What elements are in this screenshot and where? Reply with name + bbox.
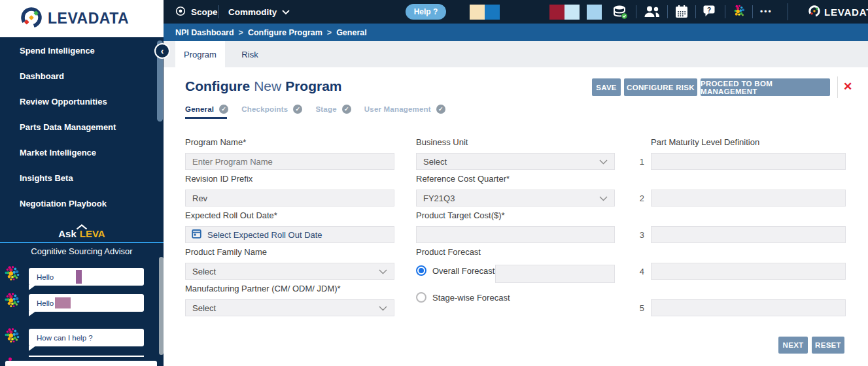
title-new: New <box>254 78 281 93</box>
redacted-content-block <box>55 297 71 308</box>
sidebar-collapse-button[interactable]: ‹ <box>154 43 170 59</box>
next-button[interactable]: NEXT <box>778 337 808 354</box>
more-options-icon[interactable]: ••• <box>760 0 773 24</box>
sidebar-item-review-opportunities[interactable]: Review Opportunities <box>20 97 107 107</box>
divider <box>788 3 788 20</box>
scope-target-icon <box>175 6 186 18</box>
product-family-name-select[interactable]: Select <box>185 263 394 280</box>
theme-swatch-lightblue[interactable] <box>587 5 602 20</box>
step-stage[interactable]: Stage ✓ <box>315 105 351 114</box>
expected-roll-out-date-label: Expected Roll Out Date* <box>185 210 394 220</box>
topbar: Scope Commodity Help ? ? <box>164 0 868 24</box>
sidebar-item-insights-beta[interactable]: Insights Beta <box>20 173 73 183</box>
page-title: ConfigureNewProgram <box>185 78 342 94</box>
date-calendar-icon <box>192 229 201 241</box>
sidebar-item-market-intelligence[interactable]: Market Intelligence <box>20 148 96 158</box>
product-target-cost-input[interactable] <box>417 227 614 242</box>
commodity-dropdown[interactable]: Commodity <box>228 0 290 24</box>
manufacturing-partner-label: Manufacturing Partner (CM/ ODM/ JDM)* <box>185 284 394 293</box>
chat-scrollbar-thumb[interactable] <box>159 257 164 355</box>
breadcrumb-separator: > <box>239 28 243 37</box>
sidebar-item-spend-intelligence[interactable]: Spend Intelligence <box>20 46 95 56</box>
topbar-brand-name: LEVADATA <box>824 7 868 18</box>
maturity-level-4-wrap <box>651 263 846 280</box>
divider <box>725 5 725 18</box>
divider <box>636 5 636 18</box>
maturity-level-4-input[interactable] <box>651 263 845 279</box>
divider <box>752 5 753 18</box>
reset-button[interactable]: RESET <box>812 337 844 354</box>
close-icon[interactable]: ✕ <box>843 80 852 93</box>
reference-cost-quarter-label: Reference Cost Quarter* <box>416 174 615 184</box>
radio-selected-icon[interactable] <box>416 265 426 276</box>
chevron-down-icon <box>379 303 387 313</box>
chat-message-bubble: Hello <box>29 294 144 312</box>
leva-assistant-icon[interactable] <box>731 5 747 19</box>
breadcrumb-configure-program[interactable]: Configure Program <box>248 28 322 37</box>
maturity-level-1-input[interactable] <box>651 154 845 169</box>
bubble-tail <box>29 285 36 290</box>
revision-id-prefix-field-wrap <box>185 190 394 207</box>
ask-leva-divider <box>0 242 164 243</box>
proceed-to-bom-management-button[interactable]: PROCEED TO BOM MANAGEMENT <box>701 78 830 96</box>
levadata-logo-icon <box>808 5 821 20</box>
expected-roll-out-date-picker[interactable]: Select Expected Roll Out Date <box>185 226 394 243</box>
stage-wise-forecast-option[interactable]: Stage-wise Forecast <box>416 292 615 303</box>
tab-risk[interactable]: Risk <box>225 41 275 67</box>
revision-id-prefix-input[interactable] <box>186 190 394 206</box>
chevron-left-icon: ‹ <box>161 46 164 56</box>
chat-message-bubble: Hello <box>29 268 144 286</box>
configure-risk-button[interactable]: CONFIGURE RISK <box>624 78 697 96</box>
sidebar-item-dashboard[interactable]: Dashboard <box>20 71 64 81</box>
sidebar-item-parts-data-management[interactable]: Parts Data Management <box>20 122 116 132</box>
chat-help-icon[interactable]: ? <box>703 5 718 19</box>
brand-logo[interactable]: LEVADATA <box>0 0 164 38</box>
overall-forecast-input[interactable] <box>496 265 614 282</box>
theme-swatch-blue[interactable] <box>485 5 500 20</box>
users-icon[interactable] <box>643 5 661 19</box>
step-general[interactable]: General ✓ <box>185 105 228 114</box>
step-label: General <box>185 105 214 113</box>
maturity-level-5-wrap <box>651 299 846 316</box>
title-configure: Configure <box>185 78 250 93</box>
select-value: Select <box>192 303 216 313</box>
step-checkpoints[interactable]: Checkpoints ✓ <box>241 105 302 114</box>
maturity-level-3-input[interactable] <box>651 227 845 242</box>
maturity-level-2-input[interactable] <box>651 190 845 206</box>
sidebar-item-negotiation-playbook[interactable]: Negotiation Playbook <box>20 199 107 208</box>
stage-wise-forecast-label: Stage-wise Forecast <box>432 293 510 303</box>
business-unit-label: Business Unit <box>416 137 615 147</box>
product-target-cost-field-wrap <box>416 226 615 243</box>
bubble-tail <box>29 346 36 351</box>
theme-swatch-cream[interactable] <box>470 5 485 20</box>
maturity-level-5-input[interactable] <box>651 300 845 316</box>
date-placeholder: Select Expected Roll Out Date <box>207 230 322 240</box>
program-name-input[interactable] <box>186 154 394 169</box>
theme-swatch-crimson[interactable] <box>549 5 564 20</box>
leva-label: LEVA <box>80 228 105 239</box>
manufacturing-partner-select[interactable]: Select <box>185 299 394 316</box>
save-button[interactable]: SAVE <box>592 78 621 96</box>
scope-button[interactable]: Scope <box>175 0 218 24</box>
chat-input[interactable] <box>5 361 157 366</box>
divider <box>837 76 838 98</box>
step-user-management[interactable]: User Management ✓ <box>364 105 445 114</box>
check-circle-icon: ✓ <box>436 105 445 114</box>
maturity-row-number: 2 <box>631 193 644 203</box>
breadcrumb-general[interactable]: General <box>336 28 367 37</box>
database-status-icon[interactable] <box>612 5 628 19</box>
reference-cost-quarter-select[interactable]: FY21Q3 <box>416 190 615 207</box>
redacted-content-block <box>76 270 82 284</box>
help-button[interactable]: Help ? <box>406 4 446 20</box>
theme-swatch-paleblue[interactable] <box>564 5 580 20</box>
chevron-down-icon <box>599 157 608 167</box>
radio-unselected-icon[interactable] <box>416 292 426 303</box>
product-family-name-label: Product Family Name <box>185 247 394 257</box>
check-circle-icon: ✓ <box>293 105 302 114</box>
ask-leva-title: AskLEVA <box>0 228 164 239</box>
business-unit-select[interactable]: Select <box>416 153 615 170</box>
breadcrumb-npi-dashboard[interactable]: NPI Dashboard <box>175 28 234 37</box>
calendar-icon[interactable] <box>674 5 689 19</box>
app-window: LEVADATA Spend Intelligence Dashboard Re… <box>0 0 868 366</box>
tab-program[interactable]: Program <box>175 41 225 67</box>
